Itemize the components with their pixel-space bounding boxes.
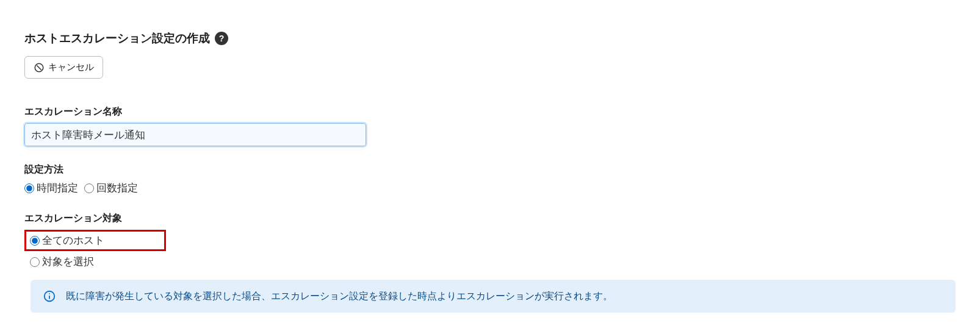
highlight-box: 全てのホスト [24,230,166,251]
radio-select-target[interactable] [30,257,40,267]
label-target: エスカレーション対象 [24,212,956,225]
radio-label-count: 回数指定 [96,181,138,195]
radio-group-method: 時間指定 回数指定 [24,181,956,195]
radio-label-all-hosts: 全てのホスト [42,233,104,247]
radio-all-hosts[interactable] [30,236,40,246]
info-icon [43,290,56,303]
label-escalation-name: エスカレーション名称 [24,105,956,118]
radio-label-select-target: 対象を選択 [42,255,94,269]
cancel-button-label: キャンセル [48,62,94,73]
info-text: 既に障害が発生している対象を選択した場合、エスカレーション設定を登録した時点より… [66,290,613,303]
info-banner: 既に障害が発生している対象を選択した場合、エスカレーション設定を登録した時点より… [31,280,956,313]
radio-option-count[interactable]: 回数指定 [84,181,138,195]
radio-option-time[interactable]: 時間指定 [24,181,78,195]
cancel-icon [34,62,45,73]
page-header: ホストエスカレーション設定の作成 ? [24,30,956,46]
help-icon[interactable]: ? [215,32,228,45]
radio-count[interactable] [84,183,94,193]
svg-line-1 [37,65,41,70]
escalation-name-input[interactable] [24,123,366,146]
radio-group-target: 全てのホスト 対象を選択 [24,230,956,269]
page-title: ホストエスカレーション設定の作成 [24,30,210,46]
section-target: エスカレーション対象 全てのホスト 対象を選択 [24,212,956,269]
section-escalation-name: エスカレーション名称 [24,105,956,146]
label-method: 設定方法 [24,163,956,176]
section-method: 設定方法 時間指定 回数指定 [24,163,956,195]
radio-time[interactable] [24,183,34,193]
svg-point-4 [49,293,50,294]
radio-option-all-hosts[interactable]: 全てのホスト [30,233,160,247]
radio-option-select-target[interactable]: 対象を選択 [24,255,956,269]
radio-label-time: 時間指定 [37,181,78,195]
cancel-button[interactable]: キャンセル [24,56,103,79]
